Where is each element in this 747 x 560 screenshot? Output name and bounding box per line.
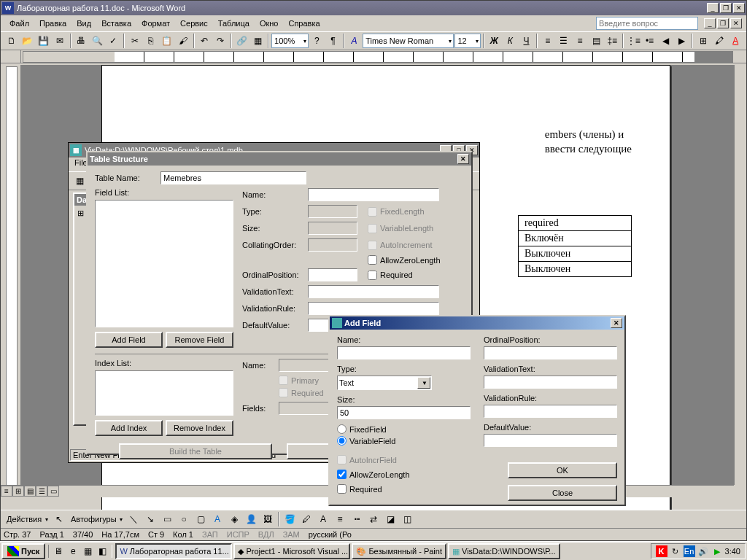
font-combo[interactable]: Times New Roman	[363, 34, 454, 48]
allow-zero-check[interactable]	[368, 255, 377, 265]
doc-restore-button[interactable]: ❐	[717, 18, 729, 28]
vertical-ruler[interactable]	[1, 65, 21, 485]
preview-icon[interactable]: 🔍	[90, 33, 105, 49]
line-icon[interactable]: ＼	[125, 511, 142, 527]
font-color-draw-icon[interactable]: A	[315, 511, 331, 527]
af-ordinal-input[interactable]	[484, 346, 617, 359]
arrow-icon[interactable]: ↘	[142, 511, 158, 527]
spellcheck-icon[interactable]: ✓	[106, 33, 121, 49]
remove-field-button[interactable]: Remove Field	[166, 332, 233, 348]
af-vtext-input[interactable]	[484, 376, 617, 389]
actions-menu[interactable]: Действия	[4, 512, 50, 526]
validation-text-input[interactable]	[308, 285, 439, 298]
af-vrule-input[interactable]	[484, 405, 617, 418]
af-ok-button[interactable]: OK	[508, 462, 617, 478]
af-allow-zero-check[interactable]	[337, 470, 347, 479]
justify-icon[interactable]: ▤	[589, 33, 604, 49]
menu-edit[interactable]: Правка	[35, 18, 71, 29]
help-icon[interactable]: ?	[309, 33, 325, 49]
tables-borders-icon[interactable]: ▦	[250, 33, 266, 49]
ts-close-icon[interactable]: ✕	[457, 154, 469, 164]
tray-sync-icon[interactable]: ↻	[670, 545, 681, 557]
clock[interactable]: 3:40	[725, 547, 740, 556]
tray-lang-icon[interactable]: En	[684, 545, 695, 557]
font-color-icon[interactable]: A	[728, 33, 743, 49]
arrow-style-icon[interactable]: ⇄	[365, 511, 382, 527]
web-view-icon[interactable]: ⊞	[12, 486, 24, 497]
menu-view[interactable]: Вид	[72, 18, 96, 29]
variable-field-radio[interactable]	[337, 436, 347, 446]
outdent-icon[interactable]: ◀	[658, 33, 673, 49]
reading-view-icon[interactable]: ▭	[47, 486, 59, 497]
table-cell[interactable]: Включён	[519, 231, 632, 246]
hyperlink-icon[interactable]: 🔗	[234, 33, 249, 49]
af-required-check[interactable]	[337, 484, 347, 494]
ordinal-input[interactable]	[308, 268, 357, 281]
bold-icon[interactable]: Ж	[487, 33, 502, 49]
copy-icon[interactable]: ⎘	[143, 33, 158, 49]
textbox-icon[interactable]: ▢	[193, 511, 209, 527]
italic-icon[interactable]: К	[503, 33, 518, 49]
picture-icon[interactable]: 🖼	[260, 511, 276, 527]
doc-close-button[interactable]: ✕	[730, 18, 742, 28]
menu-help[interactable]: Справка	[284, 18, 324, 29]
af-close-button[interactable]: Close	[508, 485, 617, 501]
mail-icon[interactable]: ✉	[52, 33, 67, 49]
highlight-icon[interactable]: 🖍	[712, 33, 727, 49]
vertical-scrollbar[interactable]	[734, 65, 746, 485]
field-list[interactable]	[95, 200, 233, 327]
select-icon[interactable]: ↖	[51, 511, 67, 527]
wordart-icon[interactable]: A	[209, 511, 225, 527]
ql-ie-icon[interactable]: e	[66, 545, 80, 558]
redo-icon[interactable]: ↷	[213, 33, 228, 49]
cut-icon[interactable]: ✂	[127, 33, 142, 49]
menu-table[interactable]: Таблица	[214, 18, 254, 29]
zoom-combo[interactable]: 100%	[271, 34, 309, 48]
index-list[interactable]	[95, 370, 233, 416]
align-right-icon[interactable]: ≡	[572, 33, 587, 49]
add-index-button[interactable]: Add Index	[95, 420, 163, 436]
print-view-icon[interactable]: ▤	[24, 486, 36, 497]
af-type-combo[interactable]: Text	[337, 376, 432, 390]
af-default-input[interactable]	[484, 434, 617, 447]
align-left-icon[interactable]: ≡	[540, 33, 555, 49]
close-button[interactable]: ✕	[733, 3, 745, 13]
oval-icon[interactable]: ○	[176, 511, 192, 527]
menu-file[interactable]: Файл	[5, 18, 34, 29]
dash-style-icon[interactable]: ┅	[349, 511, 365, 527]
ql-app-icon[interactable]: ▦	[81, 545, 94, 558]
line-spacing-icon[interactable]: ‡≡	[605, 33, 620, 49]
task-button[interactable]: 🎨Безымянный - Paint	[352, 543, 446, 559]
normal-view-icon[interactable]: ≡	[1, 486, 12, 497]
undo-icon[interactable]: ↶	[197, 33, 212, 49]
ql-app2-icon[interactable]: ◧	[96, 545, 109, 558]
maximize-button[interactable]: ❐	[720, 3, 732, 13]
doc-minimize-button[interactable]: _	[704, 18, 716, 28]
save-icon[interactable]: 💾	[36, 33, 51, 49]
required-check[interactable]	[368, 271, 377, 280]
af-size-input[interactable]	[337, 406, 471, 419]
clipart-icon[interactable]: 👤	[243, 511, 259, 527]
fill-color-icon[interactable]: 🪣	[282, 511, 298, 527]
add-field-button[interactable]: Add Field	[95, 332, 163, 348]
tray-vol-icon[interactable]: 🔊	[697, 545, 709, 557]
af-close-icon[interactable]: ✕	[611, 318, 622, 328]
bullets-icon[interactable]: •≡	[642, 33, 657, 49]
table-cell[interactable]: Выключен	[519, 262, 632, 277]
menu-tools[interactable]: Сервис	[176, 18, 212, 29]
diagram-icon[interactable]: ◈	[226, 511, 242, 527]
show-marks-icon[interactable]: ¶	[325, 33, 341, 49]
menu-window[interactable]: Окно	[255, 18, 283, 29]
task-button[interactable]: ◆Project1 - Microsoft Visual ...	[233, 543, 350, 559]
rectangle-icon[interactable]: ▭	[159, 511, 175, 527]
task-button[interactable]: ▦VisData:D:\WINDOWS\Р...	[448, 543, 560, 559]
fixed-field-radio[interactable]	[337, 424, 347, 434]
borders-icon[interactable]: ⊞	[695, 33, 711, 49]
start-button[interactable]: Пуск	[1, 543, 45, 559]
line-style-icon[interactable]: ≡	[332, 511, 348, 527]
paste-icon[interactable]: 📋	[159, 33, 174, 49]
styles-icon[interactable]: A	[347, 33, 362, 49]
underline-icon[interactable]: Ч	[519, 33, 534, 49]
help-search-input[interactable]	[596, 17, 698, 30]
align-center-icon[interactable]: ☰	[556, 33, 571, 49]
